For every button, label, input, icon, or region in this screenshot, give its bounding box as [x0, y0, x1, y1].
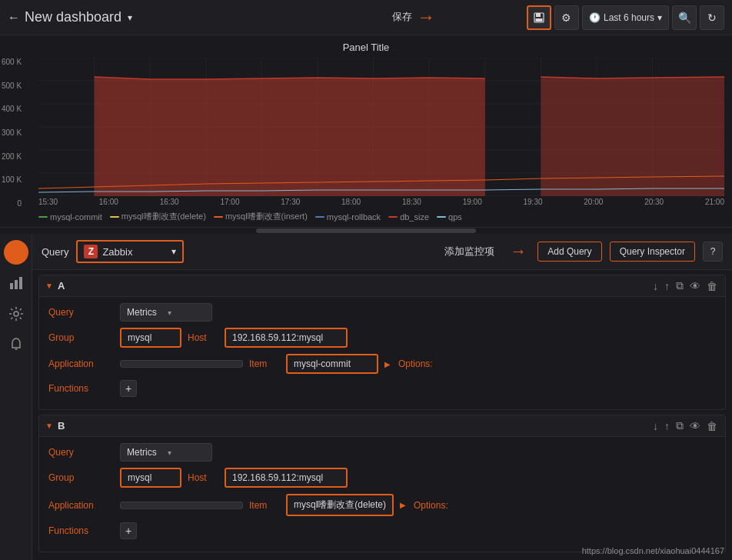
functions-row-a: Functions +: [48, 380, 716, 397]
group-label-a: Group: [48, 332, 114, 343]
functions-row-b: Functions +: [48, 522, 716, 539]
move-down-icon-b[interactable]: ↓: [651, 420, 660, 432]
chart-section: Panel Title 600 K 500 K 400 K 300 K 200 …: [0, 35, 732, 228]
application-input-b[interactable]: [120, 502, 243, 509]
legend-dot: [38, 216, 48, 218]
legend-mysql-commit: mysql-commit: [38, 211, 102, 222]
svg-rect-25: [15, 280, 18, 289]
query-fields-b: Query Metrics ▾ Group mysql Host 192.168…: [39, 437, 725, 552]
add-function-btn-a[interactable]: +: [120, 380, 137, 397]
query-inspector-button[interactable]: Query Inspector: [610, 242, 695, 262]
dashboard-dropdown-caret[interactable]: ▾: [128, 12, 132, 23]
panel-content: Query Z Zabbix ▾ 添加监控项 → Add Query Query…: [32, 234, 732, 560]
item-input-a[interactable]: mysql-commit: [286, 354, 378, 374]
sidebar-icon-gear[interactable]: [4, 302, 28, 326]
datasource-caret: ▾: [171, 246, 176, 257]
add-query-button[interactable]: Add Query: [537, 242, 601, 262]
sidebar-icon-chart[interactable]: [4, 271, 28, 295]
query-type-label-a: Query: [48, 307, 114, 318]
time-label: Last 6 hours: [604, 12, 654, 23]
options-caret-a: ▶: [384, 360, 391, 368]
legend-mysql-delete: mysql嗜删改查(delete): [110, 211, 206, 222]
back-button[interactable]: ←: [8, 11, 20, 25]
svg-point-27: [14, 312, 18, 316]
block-actions-a: ↓ ↑ ⧉ 👁 🗑: [651, 279, 719, 292]
query-fields-a: Query Metrics ▾ Group mysql Host 192.168…: [39, 297, 725, 409]
svg-rect-26: [19, 277, 22, 289]
group-input-a[interactable]: mysql: [120, 328, 181, 348]
query-type-select-a[interactable]: Metrics ▾: [120, 303, 212, 322]
legend-dot: [315, 216, 324, 218]
group-host-row-a: Group mysql Host 192.168.59.112:mysql: [48, 328, 716, 348]
copy-icon-b[interactable]: ⧉: [674, 419, 685, 432]
legend-dot: [388, 216, 398, 218]
item-label-b: Item: [249, 500, 280, 511]
add-function-btn-b[interactable]: +: [120, 522, 137, 539]
svg-rect-24: [10, 283, 13, 289]
query-selector-row: Query Z Zabbix ▾ 添加监控项 → Add Query Query…: [32, 234, 732, 270]
sidebar-icon-bell[interactable]: [4, 332, 28, 357]
refresh-button[interactable]: ↻: [700, 5, 724, 30]
datasource-name: Zabbix: [102, 246, 167, 258]
group-input-b[interactable]: mysql: [120, 468, 181, 488]
query-type-row-a: Query Metrics ▾: [48, 303, 716, 322]
query-letter-a: A: [58, 280, 65, 292]
delete-icon[interactable]: 🗑: [705, 280, 719, 292]
sidebar-icon-database[interactable]: [4, 240, 28, 265]
chart-legend: mysql-commit mysql嗜删改查(delete) mysql嗜删改查…: [0, 208, 732, 224]
query-type-select-b[interactable]: Metrics ▾: [120, 443, 212, 462]
toggle-visibility-icon-b[interactable]: 👁: [688, 420, 702, 432]
collapse-arrow-a[interactable]: ▼: [45, 282, 53, 290]
query-type-label-b: Query: [48, 447, 114, 458]
move-up-icon-b[interactable]: ↑: [663, 420, 671, 432]
save-annotation: 保存 →: [392, 6, 435, 28]
application-item-row-b: Application Item mysql嗜删改查(delete) ▶ Opt…: [48, 494, 716, 516]
watermark: https://blog.csdn.net/xiaohuai0444167: [582, 546, 724, 555]
svg-marker-21: [95, 77, 485, 196]
top-bar: ← New dashboard ▾ 保存 → ⚙ 🕐 Last 6 hours …: [0, 0, 732, 35]
help-button[interactable]: ?: [703, 242, 723, 262]
time-caret: ▾: [657, 12, 662, 23]
delete-icon-b[interactable]: 🗑: [705, 420, 719, 432]
application-label-a: Application: [48, 358, 114, 369]
copy-icon[interactable]: ⧉: [674, 279, 685, 292]
settings-button[interactable]: ⚙: [554, 5, 579, 30]
time-picker[interactable]: 🕐 Last 6 hours ▾: [582, 5, 669, 30]
svg-rect-1: [536, 13, 541, 17]
save-button[interactable]: [527, 5, 551, 30]
legend-dot: [110, 216, 119, 218]
block-actions-b: ↓ ↑ ⧉ 👁 🗑: [651, 419, 719, 432]
host-input-a[interactable]: 192.168.59.112:mysql: [225, 328, 348, 348]
group-label-b: Group: [48, 472, 114, 483]
move-up-icon[interactable]: ↑: [663, 280, 671, 292]
options-label-a[interactable]: Options:: [398, 358, 433, 369]
legend-db-size: db_size: [388, 211, 429, 222]
legend-mysql-insert: mysql嗜删改查(insert): [214, 211, 308, 222]
chart-title: Panel Title: [0, 42, 732, 53]
dashboard-title: New dashboard: [25, 9, 121, 25]
collapse-arrow-b[interactable]: ▼: [45, 422, 53, 430]
chart-svg: [38, 58, 724, 196]
move-down-icon[interactable]: ↓: [651, 280, 660, 292]
scrollbar-area[interactable]: [0, 228, 732, 234]
save-label: 保存: [392, 10, 412, 24]
options-caret-b: ▶: [400, 501, 406, 509]
select-arrow: ▾: [168, 308, 205, 317]
host-input-b[interactable]: 192.168.59.112:mysql: [225, 468, 348, 488]
add-query-annotation: 添加监控项: [444, 245, 494, 258]
legend-dot: [437, 216, 446, 218]
application-input-a[interactable]: [120, 360, 243, 368]
toggle-visibility-icon[interactable]: 👁: [688, 280, 702, 292]
item-input-b[interactable]: mysql嗜删改查(delete): [286, 494, 394, 516]
sidebar: [0, 234, 32, 560]
select-arrow-b: ▾: [168, 448, 205, 457]
scrollbar-thumb[interactable]: [256, 228, 476, 233]
options-label-b[interactable]: Options:: [414, 500, 448, 511]
search-button[interactable]: 🔍: [672, 5, 697, 30]
query-block-b-header: ▼ B ↓ ↑ ⧉ 👁 🗑: [39, 415, 725, 437]
application-item-row-a: Application Item mysql-commit ▶ Options:: [48, 354, 716, 374]
application-label-b: Application: [48, 500, 114, 511]
datasource-select[interactable]: Z Zabbix ▾: [76, 240, 184, 263]
functions-label-a: Functions: [48, 383, 114, 394]
legend-qps: qps: [437, 211, 462, 222]
